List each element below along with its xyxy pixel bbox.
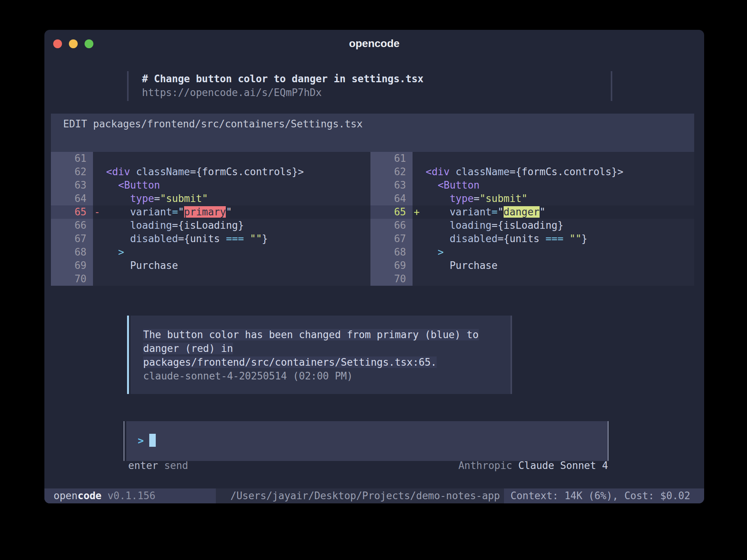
diff-line-new-65: 65+ variant="danger" [370,205,694,219]
model-meta: claude-sonnet-4-20250514 (02:00 PM) [143,369,511,383]
diff-line-old-68: 68 > [51,246,370,259]
prompt-symbol: > [138,435,144,446]
code-text [413,272,694,286]
line-number: 64 [51,192,93,205]
line-number: 65 [370,205,413,219]
provider-label: Anthropic [458,460,512,471]
line-number: 68 [51,246,93,259]
user-message-left-border [127,71,129,101]
line-number: 67 [51,232,93,246]
window-title: opencode [44,37,704,50]
assistant-message-right-border [511,316,512,394]
diff-body: 6162 <div className={formCs.controls}>63… [51,152,694,286]
code-text: <Button [413,179,694,192]
code-text: <div className={formCs.controls}> [413,165,694,179]
line-number: 62 [370,165,413,179]
assistant-message: The button color has been changed from p… [127,316,512,394]
opencode-window: opencode # Change button color to danger… [44,30,704,503]
send-hint: enter send [128,459,188,472]
code-text: disabled={units === ""} [413,232,694,246]
code-text: > [413,246,694,259]
project-path: /Users/jayair/Desktop/Projects/demo-note… [216,488,504,503]
code-text [413,152,694,165]
line-number: 66 [370,219,413,232]
diff-old-pane: 6162 <div className={formCs.controls}>63… [51,152,370,286]
code-text: Purchase [413,259,694,272]
diff-line-old-63: 63 <Button [51,179,370,192]
line-number: 61 [370,152,413,165]
diff-line-old-61: 61 [51,152,370,165]
prompt-input-wrap: > [124,421,608,461]
code-text: Purchase [93,259,370,272]
line-number: 61 [51,152,93,165]
diff-line-old-62: 62 <div className={formCs.controls}> [51,165,370,179]
line-number: 65 [51,205,93,219]
titlebar: opencode [44,30,704,53]
code-text: - variant="primary" [93,205,370,219]
line-number: 66 [51,219,93,232]
code-text: + variant="danger" [413,205,694,219]
diff-line-old-66: 66 loading={isLoading} [51,219,370,232]
user-message: # Change button color to danger in setti… [142,72,424,99]
edit-tool-panel: EDIT packages/frontend/src/containers/Se… [51,114,694,286]
diff-new-pane: 6162 <div className={formCs.controls}>63… [370,152,694,286]
statusbar: opencode v0.1.156 /Users/jayair/Desktop/… [44,488,704,503]
code-text: loading={isLoading} [413,219,694,232]
prompt-input[interactable]: > [126,421,608,461]
line-number: 70 [370,272,413,286]
line-number: 62 [51,165,93,179]
code-text: <div className={formCs.controls}> [93,165,370,179]
app-name-open: open [54,490,78,501]
diff-line-old-69: 69 Purchase [51,259,370,272]
message-line: The button color has been changed from p… [143,328,511,342]
message-line: packages/frontend/src/containers/Setting… [143,355,511,369]
assistant-message-lines: The button color has been changed from p… [130,316,511,394]
line-number: 69 [370,259,413,272]
diff-line-new-62: 62 <div className={formCs.controls}> [370,165,694,179]
code-text [93,272,370,286]
line-number: 68 [370,246,413,259]
code-text: loading={isLoading} [93,219,370,232]
diff-line-new-70: 70 [370,272,694,286]
code-text: disabled={units === ""} [93,232,370,246]
edit-tool-header: EDIT packages/frontend/src/containers/Se… [51,114,694,152]
model-indicator: Anthropic Claude Sonnet 4 [458,459,608,472]
text-cursor [149,434,156,447]
line-number: 64 [370,192,413,205]
diff-line-old-64: 64 type="submit" [51,192,370,205]
diff-line-old-67: 67 disabled={units === ""} [51,232,370,246]
screen: opencode # Change button color to danger… [0,0,747,560]
message-line: danger (red) in [143,342,511,355]
model-label: Claude Sonnet 4 [518,460,608,471]
app-name-segment: opencode v0.1.156 [44,488,216,503]
line-number: 67 [370,232,413,246]
diff-line-new-68: 68 > [370,246,694,259]
context-cost: Context: 14K (6%), Cost: $0.02 [504,488,704,503]
input-hints-row: enter send Anthropic Claude Sonnet 4 [128,459,608,472]
input-right-border [608,421,608,461]
diff-line-new-66: 66 loading={isLoading} [370,219,694,232]
diff-line-old-70: 70 [51,272,370,286]
user-message-title: # Change button color to danger in setti… [142,72,424,86]
line-number: 63 [51,179,93,192]
hint-send-action: send [164,460,188,471]
user-message-right-border [611,71,612,101]
diff-line-new-64: 64 type="submit" [370,192,694,205]
line-number: 70 [51,272,93,286]
line-number: 63 [370,179,413,192]
code-text: <Button [93,179,370,192]
app-version: v0.1.156 [101,490,155,501]
app-name-code: code [78,490,102,501]
diff-line-new-63: 63 <Button [370,179,694,192]
hint-enter-key: enter [128,460,158,471]
code-text: type="submit" [413,192,694,205]
diff-line-new-61: 61 [370,152,694,165]
code-text [93,152,370,165]
diff-line-new-69: 69 Purchase [370,259,694,272]
diff-line-old-65: 65- variant="primary" [51,205,370,219]
diff-line-new-67: 67 disabled={units === ""} [370,232,694,246]
code-text: type="submit" [93,192,370,205]
code-text: > [93,246,370,259]
share-url: https://opencode.ai/s/EQmP7hDx [142,86,424,99]
line-number: 69 [51,259,93,272]
